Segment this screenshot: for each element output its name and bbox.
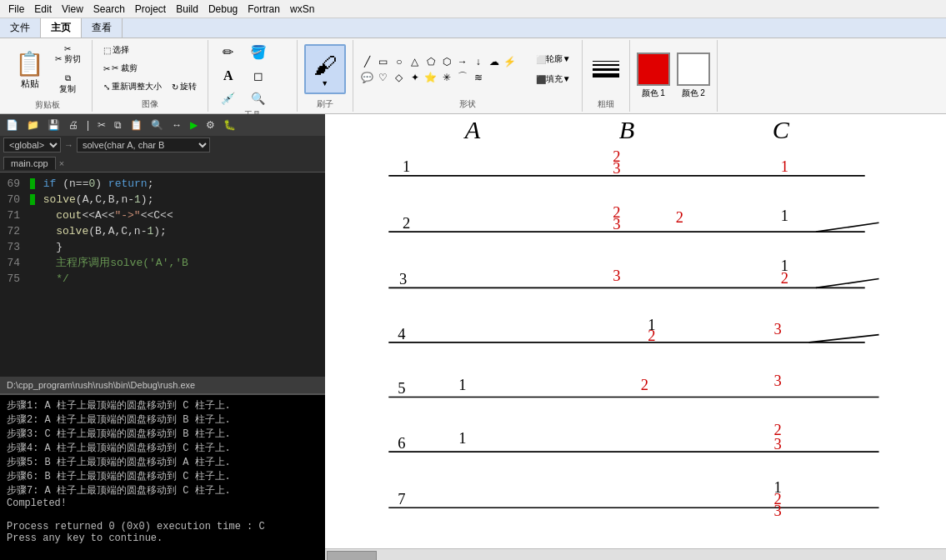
cut-button[interactable]: ✂ ✂ 剪切 <box>51 42 85 68</box>
shape-circle[interactable]: ○ <box>392 54 407 69</box>
toolbar-copy2[interactable]: ⧉ <box>112 118 124 132</box>
menu-edit[interactable]: Edit <box>29 3 57 15</box>
rotate-icon: ↻ <box>172 82 178 92</box>
toolbar-paste2[interactable]: 📋 <box>128 118 145 132</box>
shape-triangle[interactable]: △ <box>408 54 423 69</box>
menu-search[interactable]: Search <box>88 3 130 15</box>
shape-hexagon[interactable]: ⬡ <box>439 54 454 69</box>
console-area[interactable]: 步骤1: A 柱子上最顶端的圆盘移动到 C 柱子上. 步骤2: A 柱子上最顶端… <box>0 393 325 560</box>
shape-line[interactable]: ╱ <box>360 54 375 69</box>
toolbar-run[interactable]: ▶ <box>188 118 200 132</box>
copy-button[interactable]: ⧉ 复制 <box>51 71 85 98</box>
scrollbar-thumb[interactable] <box>327 551 377 560</box>
zoom-button[interactable]: 🔍 <box>245 89 272 108</box>
select-button[interactable]: ⬚ 选择 <box>99 42 133 58</box>
menu-build[interactable]: Build <box>171 3 203 15</box>
menu-wxsn[interactable]: wxSn <box>285 3 319 15</box>
console-line-7: 步骤7: A 柱子上最顶端的圆盘移动到 C 柱子上. <box>7 483 318 498</box>
step-4: 4 <box>398 326 405 342</box>
picker-button[interactable]: 💉 <box>215 89 242 108</box>
image-items: ⬚ 选择 ✂ ✂ 裁剪 ⤡ 重新调整大小 ↻ <box>99 42 201 97</box>
crop-button[interactable]: ✂ ✂ 裁剪 <box>99 60 142 77</box>
func-select[interactable]: solve(char A, char B <box>77 138 210 152</box>
file-tab-close[interactable]: × <box>59 158 64 168</box>
toolbar-cut2[interactable]: ✂ <box>95 118 108 132</box>
ribbon-content: 📋 粘贴 ✂ ✂ 剪切 ⧉ 复制 剪贴板 <box>0 38 946 113</box>
thick-line-2 <box>593 64 619 66</box>
pencil-button[interactable]: ✏ <box>215 42 242 62</box>
b2-extra: 2 <box>676 209 683 226</box>
menu-debug[interactable]: Debug <box>203 3 243 15</box>
code-line-71: cout<<A<<"->"<<C<< <box>30 208 322 223</box>
shape-heart[interactable]: ♡ <box>376 70 391 85</box>
shapes-group: ╱ ▭ ○ △ ⬠ ⬡ → ↓ ☁ ⚡ 💬 ♡ ◇ ✦ ⭐ ✳ ⌒ <box>353 40 583 112</box>
shape-pentagon[interactable]: ⬠ <box>423 54 438 69</box>
resize-button[interactable]: ⤡ 重新调整大小 <box>99 78 166 95</box>
thick-line-1 <box>593 61 619 62</box>
menu-file[interactable]: File <box>3 3 29 15</box>
color1-label: 颜色 1 <box>642 88 665 99</box>
shapes-grid: ╱ ▭ ○ △ ⬠ ⬡ → ↓ ☁ ⚡ 💬 ♡ ◇ ✦ ⭐ ✳ ⌒ <box>360 54 527 85</box>
toolbar-debug[interactable]: 🐛 <box>221 118 238 132</box>
toolbar-search[interactable]: 🔍 <box>148 118 166 132</box>
toolbar-new[interactable]: 📄 <box>3 118 21 132</box>
c4-disc3: 3 <box>773 321 781 338</box>
fill-shape-icon: ⬛ <box>536 75 546 84</box>
tools-items: ✏ 🪣 A ◻ 💉 🔍 <box>215 42 290 108</box>
brush-items: 🖌 ▼ <box>304 42 346 97</box>
image-label: 图像 <box>142 97 158 110</box>
tab-home[interactable]: 主页 <box>41 18 82 38</box>
text-button[interactable]: A <box>215 66 242 86</box>
code-content[interactable]: if (n==0) return; solve(A,C,B,n-1); cout… <box>27 172 325 377</box>
c2-disc1: 1 <box>781 208 788 224</box>
shape-star6[interactable]: ✳ <box>439 70 454 85</box>
thickness-button[interactable] <box>589 58 623 81</box>
fill-shape-label: 填充▼ <box>546 73 571 85</box>
console-exe-path: D:\cpp_program\rush\rush\bin\Debug\rush.… <box>7 380 195 390</box>
fill-shape-button[interactable]: ⬛ 填充▼ <box>532 71 575 88</box>
shape-arrow-down[interactable]: ↓ <box>471 54 486 69</box>
shape-arrow-right[interactable]: → <box>455 54 470 69</box>
step-2: 2 <box>403 215 410 232</box>
paint-canvas[interactable]: A B C 1 2 3 1 2 2 3 <box>325 114 946 548</box>
menu-view[interactable]: View <box>57 3 88 15</box>
menu-project[interactable]: Project <box>130 3 171 15</box>
paste-button[interactable]: 📋 粘贴 <box>10 47 49 93</box>
color2-swatch[interactable] <box>677 52 710 86</box>
console-line-11: Press any key to continue. <box>7 532 318 544</box>
brush-button[interactable]: 🖌 ▼ <box>304 44 346 94</box>
toolbar-sep1: | <box>84 118 92 132</box>
file-tab-main[interactable]: main.cpp <box>3 157 56 170</box>
console-line-2: 步骤2: A 柱子上最顶端的圆盘移动到 B 柱子上. <box>7 412 318 427</box>
select-row: ⬚ 选择 <box>99 42 133 58</box>
shape-cloud[interactable]: ☁ <box>487 54 502 69</box>
menu-fortran[interactable]: Fortran <box>243 3 285 15</box>
shape-curve[interactable]: ⌒ <box>455 70 470 85</box>
shape-star5[interactable]: ⭐ <box>423 70 438 85</box>
toolbar-replace[interactable]: ↔ <box>169 118 184 132</box>
shape-star4[interactable]: ✦ <box>408 70 423 85</box>
color1-swatch[interactable] <box>637 52 670 86</box>
paint-horizontal-scrollbar[interactable] <box>325 548 946 560</box>
tab-view[interactable]: 查看 <box>82 18 123 38</box>
shape-lightning[interactable]: ⚡ <box>503 54 518 69</box>
b5-disc2: 2 <box>641 377 648 393</box>
toolbar-save[interactable]: 💾 <box>45 118 63 132</box>
tab-file[interactable]: 文件 <box>0 18 41 38</box>
b3-disc3: 3 <box>613 268 620 284</box>
code-area[interactable]: 69 70 71 72 73 74 75 if (n==0) return; s… <box>0 172 325 377</box>
toolbar-open[interactable]: 📁 <box>24 118 42 132</box>
outline-button[interactable]: ⬜ 轮廓▼ <box>532 51 575 68</box>
scope-select[interactable]: <global> <box>3 138 61 152</box>
rotate-button[interactable]: ↻ 旋转 <box>168 78 201 95</box>
shape-speech[interactable]: 💬 <box>360 70 375 85</box>
shape-squiggle[interactable]: ≋ <box>471 70 486 85</box>
eraser-button[interactable]: ◻ <box>245 67 272 85</box>
toolbar-print[interactable]: 🖨 <box>66 118 81 132</box>
step-6: 6 <box>398 435 405 452</box>
shape-diamond[interactable]: ◇ <box>392 70 407 85</box>
fill-button[interactable]: 🪣 <box>245 42 272 62</box>
toolbar-build[interactable]: ⚙ <box>203 118 218 132</box>
shape-rect[interactable]: ▭ <box>376 54 391 69</box>
col-b-label: B <box>619 116 634 144</box>
